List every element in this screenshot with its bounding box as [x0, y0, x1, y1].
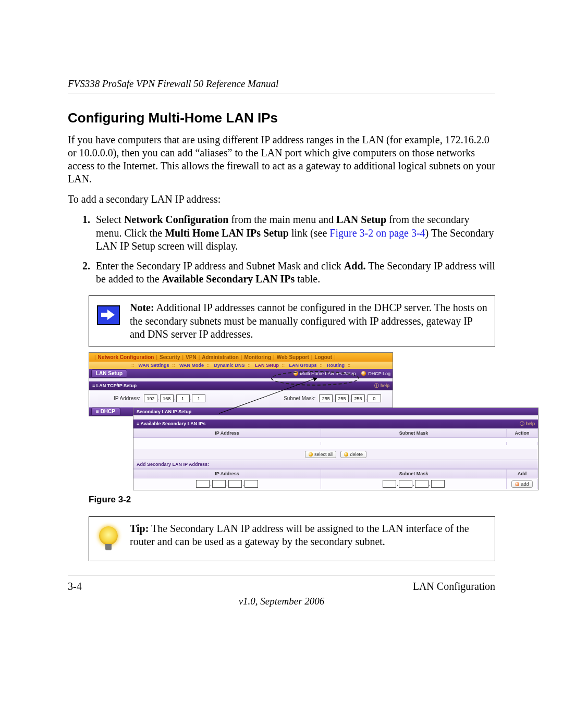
help-link[interactable]: ⓘ help	[374, 382, 389, 389]
figure-caption: Figure 3-2	[89, 495, 495, 505]
nav-administration[interactable]: Administration	[202, 354, 239, 360]
figure-xref[interactable]: Figure 3-2 on page 3-4	[329, 227, 425, 239]
subnav-lan-setup[interactable]: LAN Setup	[255, 363, 279, 368]
nav-web-support[interactable]: Web Support	[277, 354, 309, 360]
ip-octet-1[interactable]	[144, 394, 157, 402]
intro-paragraph: If you have computers that are using dif…	[68, 133, 495, 186]
col-subnet-mask: Subnet Mask	[321, 470, 507, 478]
lightbulb-icon	[98, 526, 119, 551]
table-row	[133, 438, 538, 449]
ip-octet-2[interactable]	[160, 394, 174, 402]
tab-lan-setup[interactable]: LAN Setup	[91, 369, 127, 378]
mask-octet-1[interactable]	[319, 394, 333, 402]
help-link[interactable]: ⓘ help	[520, 421, 535, 427]
nav-network-configuration[interactable]: Network Configuration	[98, 354, 154, 360]
ip-octet-3[interactable]	[176, 394, 190, 402]
col-add: Add	[507, 470, 538, 478]
add-secondary-label: Add Secondary LAN IP Address:	[133, 460, 538, 469]
bullet-icon	[293, 371, 298, 376]
lead-in: To add a secondary LAN IP address:	[68, 193, 495, 206]
add-mask-octet[interactable]	[399, 480, 412, 488]
col-subnet-mask: Subnet Mask	[321, 429, 507, 437]
col-action: Action	[507, 429, 538, 437]
ip-address-label: IP Address:	[93, 396, 143, 401]
running-header: FVS338 ProSafe VPN Firewall 50 Reference…	[68, 78, 495, 93]
add-button[interactable]: add	[511, 480, 532, 488]
subnav-lan-groups[interactable]: LAN Groups	[289, 363, 317, 368]
add-mask-octet[interactable]	[415, 480, 429, 488]
mask-octet-4[interactable]	[368, 394, 381, 402]
section-heading: Configuring Multi-Home LAN IPs	[68, 110, 495, 126]
running-footer-right: LAN Configuration	[413, 581, 495, 593]
nav-monitoring[interactable]: Monitoring	[244, 354, 271, 360]
note-callout: Note: Additional IP addresses cannot be …	[89, 295, 495, 347]
section-lan-tcpip-title: ≡ LAN TCP/IP Setup	[92, 383, 137, 388]
add-mask-octet[interactable]	[383, 480, 396, 488]
sub-nav: :: WAN Settings:: WAN Mode:: Dynamic DNS…	[89, 362, 393, 369]
nav-logout[interactable]: Logout	[314, 354, 332, 360]
link-multi-home-lan-ips[interactable]: Multi Home LAN IPs Setup	[300, 371, 356, 376]
section-available-secondary: ≡ Available Secondary LAN IPs	[137, 421, 205, 426]
col-ip-address: IP Address	[133, 470, 321, 478]
subnav-wan-mode[interactable]: WAN Mode	[179, 363, 204, 368]
note-arrow-icon	[97, 305, 120, 325]
delete-button[interactable]: delete	[340, 451, 366, 458]
mask-octet-3[interactable]	[351, 394, 365, 402]
ip-octet-4[interactable]	[192, 394, 205, 402]
step-1: Select Network Configuration from the ma…	[93, 213, 495, 253]
add-ip-octet[interactable]	[244, 480, 258, 488]
nav-security[interactable]: Security	[160, 354, 180, 360]
doc-version: v1.0, September 2006	[68, 596, 495, 607]
select-all-button[interactable]: select all	[305, 451, 336, 458]
subnav-wan-settings[interactable]: WAN Settings	[138, 363, 169, 368]
tip-callout: Tip: The Secondary LAN IP address will b…	[89, 516, 495, 561]
add-ip-octet[interactable]	[228, 480, 242, 488]
bullet-icon	[361, 371, 366, 376]
nav-vpn[interactable]: VPN	[186, 354, 197, 360]
tab-dhcp[interactable]: ≡ DHCP	[91, 408, 120, 416]
subnet-mask-label: Subnet Mask:	[268, 396, 319, 401]
page-number: 3-4	[68, 581, 82, 593]
link-dhcp-log[interactable]: DHCP Log	[368, 371, 390, 376]
main-nav: | Network Configuration| Security| VPN| …	[89, 353, 393, 362]
subnav-routing[interactable]: Routing	[327, 363, 345, 368]
add-ip-octet[interactable]	[212, 480, 226, 488]
figure-3-2: | Network Configuration| Security| VPN| …	[89, 352, 495, 490]
step-2: Enter the Secondary IP address and Subne…	[93, 260, 495, 286]
section-secondary-lan-ip: Secondary LAN IP Setup	[133, 408, 538, 415]
add-ip-octet[interactable]	[196, 480, 210, 488]
add-mask-octet[interactable]	[431, 480, 445, 488]
col-ip-address: IP Address	[133, 429, 321, 437]
subnav-dynamic-dns[interactable]: Dynamic DNS	[214, 363, 244, 368]
mask-octet-2[interactable]	[335, 394, 349, 402]
